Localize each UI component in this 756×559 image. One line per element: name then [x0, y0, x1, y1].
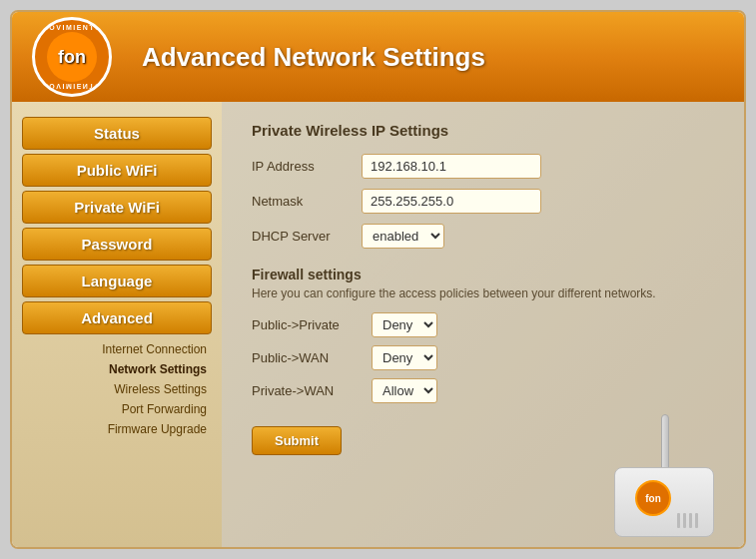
netmask-input[interactable]	[362, 189, 541, 214]
firewall-private-wan-label: Private->WAN	[252, 383, 372, 398]
section-title: Private Wireless IP Settings	[252, 122, 714, 139]
body: Status Public WiFi Private WiFi Password…	[12, 102, 744, 547]
router-body: fon	[614, 467, 714, 537]
netmask-row: Netmask	[252, 189, 714, 214]
logo-text: fon	[58, 47, 86, 68]
submit-button[interactable]: Submit	[252, 426, 342, 455]
firewall-private-wan-row: Private->WAN Allow Deny	[252, 378, 714, 403]
router-vent-2	[683, 513, 686, 528]
firewall-public-private-row: Public->Private Deny Allow	[252, 312, 714, 337]
sidebar-subnav: Internet Connection Network Settings Wir…	[22, 338, 212, 438]
sidebar-sub-port-forwarding[interactable]: Port Forwarding	[27, 400, 212, 418]
sidebar-sub-wireless-settings[interactable]: Wireless Settings	[27, 380, 212, 398]
ip-address-input[interactable]	[362, 154, 541, 179]
firewall-description: Here you can configure the access polici…	[252, 286, 714, 300]
sidebar-item-language[interactable]: Language	[22, 265, 212, 297]
sidebar-item-status[interactable]: Status	[22, 117, 212, 150]
router-vent-4	[695, 513, 698, 528]
sidebar-item-public-wifi[interactable]: Public WiFi	[22, 154, 212, 187]
netmask-label: Netmask	[252, 194, 362, 209]
sidebar-sub-firmware-upgrade[interactable]: Firmware Upgrade	[27, 420, 212, 438]
header: MOVIMIENTO fon MOVIMIENTO Advanced Netwo…	[12, 12, 744, 102]
dhcp-server-row: DHCP Server enabled disabled	[252, 224, 714, 249]
dhcp-server-label: DHCP Server	[252, 229, 362, 244]
router-vent-3	[689, 513, 692, 528]
sidebar-sub-internet-connection[interactable]: Internet Connection	[27, 340, 212, 358]
firewall-public-wan-label: Public->WAN	[252, 350, 372, 365]
ip-address-row: IP Address	[252, 154, 714, 179]
firewall-public-private-select[interactable]: Deny Allow	[372, 312, 437, 337]
firewall-section: Firewall settings Here you can configure…	[252, 267, 714, 455]
sidebar: Status Public WiFi Private WiFi Password…	[12, 102, 222, 547]
main-content: Private Wireless IP Settings IP Address …	[252, 122, 714, 455]
dhcp-server-select[interactable]: enabled disabled	[362, 224, 444, 249]
firewall-public-wan-row: Public->WAN Deny Allow	[252, 345, 714, 370]
logo-arc-top: MOVIMIENTO	[42, 24, 102, 31]
sidebar-item-password[interactable]: Password	[22, 228, 212, 261]
page-title: Advanced Network Settings	[142, 42, 485, 73]
firewall-private-wan-select[interactable]: Allow Deny	[372, 378, 437, 403]
ip-address-label: IP Address	[252, 159, 362, 174]
logo-arc-bottom: MOVIMIENTO	[42, 83, 102, 90]
firewall-public-private-label: Public->Private	[252, 317, 372, 332]
main-area: Private Wireless IP Settings IP Address …	[222, 102, 744, 547]
router-vents	[677, 513, 698, 528]
sidebar-item-advanced[interactable]: Advanced	[22, 301, 212, 334]
firewall-title: Firewall settings	[252, 267, 714, 282]
sidebar-sub-network-settings[interactable]: Network Settings	[27, 360, 212, 378]
router-logo: fon	[635, 480, 671, 516]
main-window: MOVIMIENTO fon MOVIMIENTO Advanced Netwo…	[10, 10, 746, 549]
router-vent-1	[677, 513, 680, 528]
logo: MOVIMIENTO fon MOVIMIENTO	[32, 17, 112, 97]
sidebar-item-private-wifi[interactable]: Private WiFi	[22, 191, 212, 224]
firewall-public-wan-select[interactable]: Deny Allow	[372, 345, 437, 370]
logo-inner: fon	[47, 32, 97, 82]
